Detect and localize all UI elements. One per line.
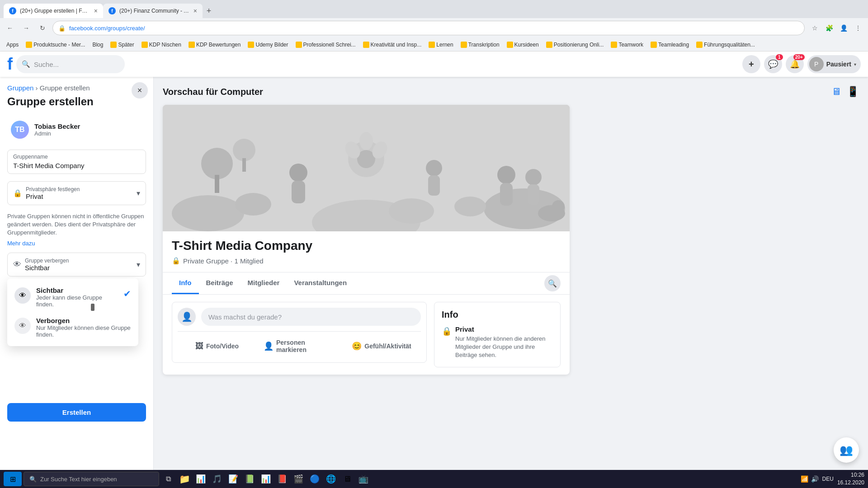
- tab-beitraege[interactable]: Beiträge: [199, 272, 241, 294]
- search-icon: 🔍: [548, 279, 557, 288]
- bookmark-label: Kursideen: [514, 42, 539, 48]
- visibility-select[interactable]: 👁 Gruppe verbergen Sichtbar ▾: [7, 253, 146, 277]
- taskbar-app-10[interactable]: 🖥: [340, 472, 354, 486]
- folder-icon: [296, 42, 302, 48]
- taskbar-app-4[interactable]: 📗: [242, 472, 257, 486]
- extensions-icon[interactable]: 🧩: [823, 22, 835, 34]
- taskbar-app-6[interactable]: 📕: [275, 472, 289, 486]
- bookmark-kdp-nischen[interactable]: KDP Nischen: [139, 41, 184, 49]
- mobile-icon[interactable]: 📱: [847, 86, 859, 98]
- eye-off-icon: 👁: [14, 318, 31, 334]
- left-sidebar: × Gruppen › Gruppe erstellen Gruppe erst…: [0, 77, 154, 488]
- tab-1[interactable]: f (20+) Gruppe erstellen | Facebo... ×: [4, 4, 103, 18]
- taskbar-app-8[interactable]: 🔵: [307, 472, 322, 486]
- bookmark-kursideen[interactable]: Kursideen: [504, 41, 542, 49]
- folder-icon: [142, 42, 148, 48]
- more-link[interactable]: Mehr dazu: [7, 240, 35, 247]
- bookmark-transkription[interactable]: Transkription: [458, 41, 502, 49]
- profile-icon[interactable]: 👤: [837, 22, 850, 34]
- bookmark-positionierung[interactable]: Positionierung Onli...: [543, 41, 607, 49]
- fb-notifications-button[interactable]: 🔔 20+: [786, 55, 804, 73]
- tag-people-button[interactable]: 👤 Personen markieren: [260, 335, 339, 357]
- bookmark-apps[interactable]: Apps: [4, 41, 21, 49]
- network-icon[interactable]: 📶: [801, 475, 808, 483]
- breadcrumb-groups-link[interactable]: Gruppen: [7, 84, 33, 92]
- fb-plus-button[interactable]: +: [742, 55, 760, 73]
- taskbar-app-5[interactable]: 📊: [259, 472, 273, 486]
- dropdown-item-text: Verborgen Nur Mitglieder können diese Gr…: [36, 317, 131, 338]
- fb-search-bar[interactable]: 🔍 Suche...: [16, 55, 125, 73]
- group-preview: T-Shirt Media Company 🔒 Private Gruppe ·…: [163, 105, 570, 375]
- folder-icon: [611, 42, 617, 48]
- bookmark-spaeter[interactable]: Später: [108, 41, 137, 49]
- photo-video-button[interactable]: 🖼 Foto/Video: [178, 335, 256, 357]
- bookmark-produktsuche[interactable]: Produktsuche - Mer...: [23, 41, 88, 49]
- taskbar-app-9[interactable]: 🌐: [324, 472, 338, 486]
- dropdown-item-title: Sichtbar: [36, 286, 118, 294]
- desktop-icon[interactable]: 🖥: [831, 86, 841, 98]
- bookmarks-bar: Apps Produktsuche - Mer... Blog Später K…: [0, 38, 868, 52]
- start-button[interactable]: ⊞: [4, 472, 22, 486]
- bookmark-fuehrungsqualitaeten[interactable]: Führungsqualitäten...: [693, 41, 758, 49]
- volume-icon[interactable]: 🔊: [811, 475, 819, 483]
- group-name-input[interactable]: [13, 162, 140, 169]
- close-icon: ×: [137, 86, 142, 95]
- new-tab-button[interactable]: +: [203, 5, 215, 17]
- taskbar-app-7[interactable]: 🎬: [291, 472, 306, 486]
- bookmark-kdp-bewertungen[interactable]: KDP Bewertungen: [186, 41, 244, 49]
- tab-info[interactable]: Info: [172, 272, 199, 294]
- bookmark-label: Teamleading: [658, 42, 689, 48]
- bookmark-teamleading[interactable]: Teamleading: [648, 41, 692, 49]
- bookmark-label: Produktsuche - Mer...: [33, 42, 85, 48]
- settings-icon[interactable]: ⋮: [852, 22, 864, 34]
- tab-1-close[interactable]: ×: [94, 7, 98, 14]
- tab-mitglieder[interactable]: Mitglieder: [241, 272, 287, 294]
- bookmark-lernen[interactable]: Lernen: [426, 41, 456, 49]
- bookmark-teamwork[interactable]: Teamwork: [608, 41, 646, 49]
- bookmark-professionell[interactable]: Professionell Schrei...: [293, 41, 359, 49]
- taskbar-search[interactable]: 🔍 Zur Suche Text hier eingeben: [24, 472, 159, 486]
- avatar: TB: [11, 121, 29, 139]
- dropdown-item-sichtbar[interactable]: 👁 Sichtbar Jeder kann diese Gruppe finde…: [7, 282, 138, 312]
- taskbar-app-11[interactable]: 📺: [356, 472, 371, 486]
- tab-2[interactable]: f (20+) Finanz Community - Aktie... ×: [103, 4, 203, 18]
- task-view-button[interactable]: ⧉: [161, 472, 175, 486]
- address-bar[interactable]: 🔒 facebook.com/groups/create/: [52, 21, 805, 35]
- group-name-field-container: Gruppenname: [7, 150, 146, 174]
- taskbar-app-3[interactable]: 📝: [226, 472, 241, 486]
- dropdown-item-verborgen[interactable]: 👁 Verborgen Nur Mitglieder können diese …: [7, 312, 138, 343]
- svg-point-4: [201, 148, 233, 179]
- bookmark-udemy[interactable]: Udemy Bilder: [245, 41, 291, 49]
- svg-rect-16: [428, 175, 440, 196]
- svg-point-25: [389, 198, 434, 224]
- bookmark-label: Transkription: [468, 42, 500, 48]
- bookmark-label: KDP Bewertungen: [196, 42, 241, 48]
- emoji-icon: 😊: [352, 341, 362, 351]
- fb-profile-button[interactable]: P Pausiert ▾: [807, 55, 861, 73]
- privacy-select[interactable]: 🔒 Privatsphäre festlegen Privat ▾: [7, 181, 146, 205]
- back-button[interactable]: ←: [4, 22, 16, 34]
- close-button[interactable]: ×: [132, 82, 148, 99]
- user-info: Tobias Becker Admin: [34, 122, 80, 137]
- post-input[interactable]: Was machst du gerade?: [201, 308, 421, 326]
- fb-messenger-button[interactable]: 💬 1: [764, 55, 782, 73]
- create-button[interactable]: Erstellen: [7, 403, 146, 422]
- bookmark-kreativitaet[interactable]: Kreativität und Insp...: [360, 41, 425, 49]
- group-search-button[interactable]: 🔍: [544, 275, 561, 291]
- taskbar-app-1[interactable]: 📊: [193, 472, 208, 486]
- task-view-icon: ⧉: [166, 475, 171, 483]
- star-icon[interactable]: ☆: [808, 22, 821, 34]
- forward-button[interactable]: →: [20, 22, 33, 34]
- tab-veranstaltungen[interactable]: Veranstaltungen: [287, 272, 354, 294]
- file-explorer-icon[interactable]: 📁: [177, 472, 192, 486]
- refresh-button[interactable]: ↻: [36, 22, 49, 34]
- bookmark-label: Lernen: [436, 42, 453, 48]
- tab-2-close[interactable]: ×: [193, 7, 197, 14]
- feeling-activity-button[interactable]: 😊 Gefühl/Aktivität: [342, 335, 421, 357]
- taskbar-app-2[interactable]: 🎵: [210, 472, 224, 486]
- bookmark-label: Führungsqualitäten...: [704, 42, 755, 48]
- bookmark-blog[interactable]: Blog: [90, 41, 106, 49]
- search-icon: 🔍: [22, 60, 30, 68]
- preview-header: Vorschau für Computer 🖥 📱: [163, 86, 859, 98]
- people-button[interactable]: 👥: [834, 437, 859, 463]
